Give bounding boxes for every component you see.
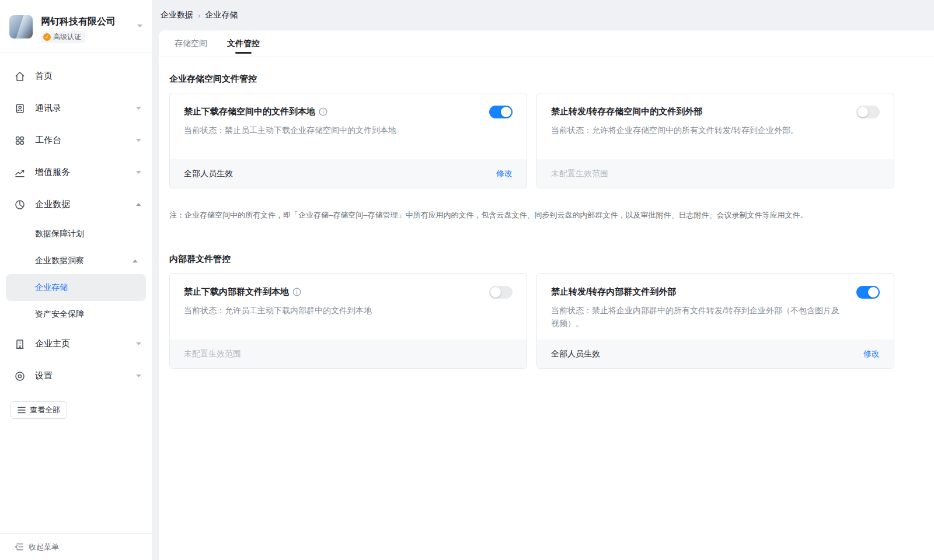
policy-card-forbid-download-group: 禁止下载内部群文件到本地 当前状态：允许员工主动下载内部群中的文件到本地 未配置… — [169, 273, 527, 369]
policy-title: 禁止转发/转存存储空间中的文件到外部 — [551, 106, 702, 117]
file-control-content: 企业存储空间文件管控 禁止下载存储空间中的文件到本地 当前状态：禁止员工主动下载… — [159, 57, 934, 369]
sidebar-nav: 首页 通讯录 工作台 增值服务 企业数据 — [0, 59, 152, 392]
effective-scope: 未配置生效范围 — [551, 169, 608, 179]
sidebar-subitem-label: 数据保障计划 — [35, 229, 138, 239]
policy-toggle[interactable] — [489, 286, 513, 299]
sidebar-subitem-label: 企业存储 — [35, 282, 138, 293]
sidebar-item-label: 企业主页 — [35, 338, 136, 349]
sidebar-subitem-enterprise-storage[interactable]: 企业存储 — [6, 274, 146, 301]
policy-status: 当前状态：允许员工主动下载内部群中的文件到本地 — [184, 304, 513, 317]
pie-chart-icon — [14, 199, 26, 211]
section-title-storage-file-control: 企业存储空间文件管控 — [169, 74, 894, 85]
sidebar-item-label: 工作台 — [35, 135, 136, 146]
chevron-down-icon — [137, 24, 142, 27]
sidebar-item-workbench[interactable]: 工作台 — [0, 124, 152, 156]
policy-toggle[interactable] — [856, 106, 880, 118]
verification-badge: ✓ 高级认证 — [41, 31, 85, 43]
building-icon — [14, 338, 26, 350]
tab-storage-space[interactable]: 存储空间 — [175, 30, 207, 57]
tab-file-control[interactable]: 文件管控 — [227, 30, 260, 57]
info-icon[interactable] — [319, 107, 327, 116]
sidebar-item-enterprise-homepage[interactable]: 企业主页 — [0, 328, 152, 360]
breadcrumb-parent[interactable]: 企业数据 — [161, 10, 193, 20]
sidebar-subitem-enterprise-data-insight[interactable]: 企业数据洞察 — [6, 247, 146, 274]
home-icon — [14, 71, 26, 82]
workbench-icon — [14, 135, 26, 146]
content-panel: 存储空间 文件管控 企业存储空间文件管控 禁止下载存储空间中的文件到本地 当前状… — [159, 30, 934, 560]
policy-title: 禁止下载存储空间中的文件到本地 — [184, 106, 315, 117]
policy-title: 禁止转发/转存内部群文件到外部 — [551, 286, 676, 298]
chevron-down-icon — [136, 107, 141, 110]
verification-badge-label: 高级认证 — [53, 32, 81, 42]
contacts-icon — [14, 103, 26, 114]
sidebar-subitem-label: 企业数据洞察 — [35, 256, 133, 266]
chevron-up-icon — [136, 203, 141, 206]
sidebar-subitem-data-protection-plan[interactable]: 数据保障计划 — [6, 220, 146, 247]
sidebar-item-label: 通讯录 — [35, 103, 136, 114]
storage-note: 注：企业存储空间中的所有文件，即「企业存储–存储空间–存储管理」中所有应用内的文… — [169, 209, 894, 221]
sidebar: 网钉科技有限公司 ✓ 高级认证 首页 通讯录 工作台 — [0, 0, 152, 560]
sidebar-item-value-services[interactable]: 增值服务 — [0, 156, 152, 188]
verified-check-icon: ✓ — [43, 33, 51, 41]
sidebar-item-label: 增值服务 — [35, 167, 136, 178]
policy-footer: 未配置生效范围 — [170, 340, 527, 368]
policy-status: 当前状态：禁止员工主动下载企业存储空间中的文件到本地 — [184, 124, 513, 136]
breadcrumb-separator-icon: › — [198, 11, 200, 20]
company-avatar — [9, 15, 33, 38]
tab-bar: 存储空间 文件管控 — [159, 30, 934, 57]
section-title-internal-group-file-control: 内部群文件管控 — [169, 254, 894, 265]
policy-card-forbid-download-storage: 禁止下载存储空间中的文件到本地 当前状态：禁止员工主动下载企业存储空间中的文件到… — [169, 93, 527, 188]
sidebar-item-label: 企业数据 — [35, 199, 136, 210]
effective-scope: 未配置生效范围 — [184, 349, 241, 359]
sidebar-item-enterprise-data[interactable]: 企业数据 — [0, 188, 152, 220]
policy-status: 当前状态：禁止将企业内部群中的所有文件转发/转存到企业外部（不包含图片及视频）。 — [551, 304, 880, 330]
company-name: 网钉科技有限公司 — [41, 15, 129, 28]
effective-scope: 全部人员生效 — [184, 169, 233, 179]
policy-toggle[interactable] — [856, 286, 880, 299]
sidebar-subitem-label: 资产安全保障 — [35, 309, 138, 320]
chevron-down-icon — [136, 342, 141, 345]
breadcrumb: 企业数据 › 企业存储 — [159, 0, 934, 30]
policy-footer: 全部人员生效 修改 — [170, 159, 527, 188]
chevron-down-icon — [136, 171, 141, 174]
sidebar-item-settings[interactable]: 设置 — [0, 360, 152, 392]
policy-card-forbid-forward-group: 禁止转发/转存内部群文件到外部 当前状态：禁止将企业内部群中的所有文件转发/转存… — [536, 273, 894, 369]
policy-toggle[interactable] — [489, 106, 513, 118]
policy-status: 当前状态：允许将企业存储空间中的所有文件转发/转存到企业外部。 — [551, 124, 880, 136]
collapse-icon — [14, 543, 23, 551]
menu-icon — [18, 407, 26, 414]
sidebar-item-label: 首页 — [35, 71, 141, 82]
sidebar-item-contacts[interactable]: 通讯录 — [0, 92, 152, 124]
sidebar-item-home[interactable]: 首页 — [0, 60, 152, 92]
main-area: 企业数据 › 企业存储 存储空间 文件管控 企业存储空间文件管控 禁止下载存储空… — [152, 0, 934, 560]
effective-scope: 全部人员生效 — [551, 349, 600, 359]
company-switcher[interactable]: 网钉科技有限公司 ✓ 高级认证 — [0, 0, 152, 53]
sidebar-item-label: 设置 — [35, 370, 136, 382]
trend-chart-icon — [14, 167, 26, 178]
policy-footer: 未配置生效范围 — [537, 159, 894, 188]
breadcrumb-current: 企业存储 — [205, 10, 238, 20]
sidebar-subitem-asset-security[interactable]: 资产安全保障 — [6, 301, 146, 328]
settings-icon — [14, 370, 26, 382]
chevron-down-icon — [136, 139, 141, 142]
collapse-menu-button[interactable]: 收起菜单 — [0, 533, 152, 560]
policy-footer: 全部人员生效 修改 — [537, 340, 894, 368]
policy-card-forbid-forward-storage: 禁止转发/转存存储空间中的文件到外部 当前状态：允许将企业存储空间中的所有文件转… — [536, 93, 894, 188]
modify-link[interactable]: 修改 — [496, 169, 513, 179]
view-all-button[interactable]: 查看全部 — [11, 401, 67, 419]
collapse-menu-label: 收起菜单 — [29, 542, 59, 552]
chevron-down-icon — [136, 374, 141, 377]
policy-title: 禁止下载内部群文件到本地 — [184, 286, 289, 298]
info-icon[interactable] — [292, 288, 301, 296]
modify-link[interactable]: 修改 — [863, 349, 880, 359]
view-all-label: 查看全部 — [30, 405, 60, 415]
chevron-up-icon — [133, 260, 138, 262]
